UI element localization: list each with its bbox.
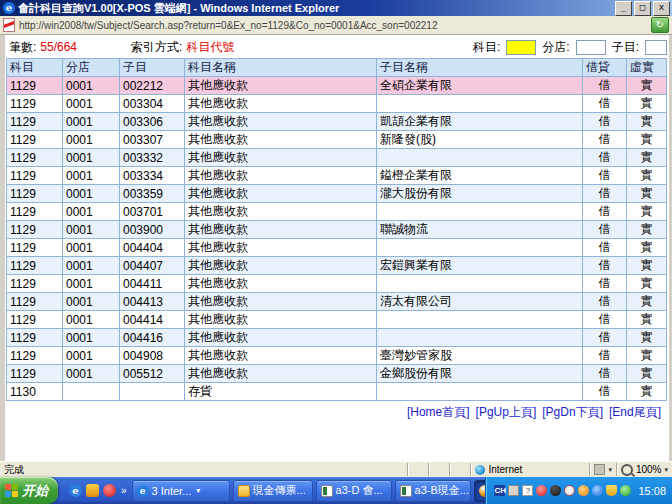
cell-subitem: 003701 — [120, 203, 185, 221]
column-header: 科目名稱 — [185, 59, 377, 77]
ie-group-taskbar-button[interactable]: e3 Inter...▾ — [132, 480, 230, 502]
table-row[interactable]: 11290001003304其他應收款借實 — [7, 95, 667, 113]
table-row[interactable]: 11290001002212其他應收款全碩企業有限借實 — [7, 77, 667, 95]
table-row[interactable]: 11290001003334其他應收款鎰橙企業有限借實 — [7, 167, 667, 185]
table-row[interactable]: 11290001004411其他應收款借實 — [7, 275, 667, 293]
im-red-tray-icon[interactable] — [536, 485, 547, 496]
index-mode-label: 索引方式: — [131, 39, 182, 56]
internet-zone-icon — [475, 465, 485, 475]
cell-subject: 1129 — [7, 221, 63, 239]
table-row[interactable]: 11290001004407其他應收款宏鎧興業有限借實 — [7, 257, 667, 275]
refresh-button[interactable]: ↻ — [651, 17, 669, 33]
subject-field-label: 科目: — [473, 39, 500, 56]
cell-subject: 1129 — [7, 365, 63, 383]
status-pane — [407, 463, 428, 476]
cell-subject-name: 其他應收款 — [185, 95, 377, 113]
update-tray-icon[interactable] — [620, 485, 631, 496]
chevron-down-icon: ▾ — [664, 466, 668, 474]
table-row[interactable]: 11290001003900其他應收款聯誠物流借實 — [7, 221, 667, 239]
table-row[interactable]: 11290001004404其他應收款借實 — [7, 239, 667, 257]
help-tray-icon[interactable]: ? — [522, 485, 533, 496]
cell-subject: 1129 — [7, 293, 63, 311]
table-row[interactable]: 11290001004414其他應收款借實 — [7, 311, 667, 329]
taskbar-buttons: e3 Inter...▾現金傳票...a3-D 會...a3-B現金...新浪U… — [132, 477, 486, 504]
sina-uc-taskbar-button[interactable]: 新浪UC — [474, 480, 486, 502]
cell-subject: 1129 — [7, 347, 63, 365]
zone-label: Internet — [488, 464, 522, 475]
table-row[interactable]: 11290001003306其他應收款凱頡企業有限借實 — [7, 113, 667, 131]
table-row[interactable]: 11290001005512其他應收款金鄉股份有限借實 — [7, 365, 667, 383]
cell-subitem: 003900 — [120, 221, 185, 239]
table-row[interactable]: 11290001003332其他應收款借實 — [7, 149, 667, 167]
table-row[interactable]: 11290001004413其他應收款清太有限公司借實 — [7, 293, 667, 311]
im-orange-tray-icon[interactable] — [578, 485, 589, 496]
magnifier-icon — [621, 464, 633, 476]
cell-debit-credit: 借 — [583, 77, 627, 95]
cell-subitem: 004411 — [120, 275, 185, 293]
windows-taskbar: 开始 e » e3 Inter...▾現金傳票...a3-D 會...a3-B現… — [0, 477, 672, 504]
system-tray: CH ? 15:08 — [485, 477, 672, 504]
cell-debit-credit: 借 — [583, 365, 627, 383]
cell-subitem-name: 全碩企業有限 — [377, 77, 583, 95]
cell-subitem-name: 宏鎧興業有限 — [377, 257, 583, 275]
cell-subject: 1129 — [7, 77, 63, 95]
ie-icon: e — [137, 485, 149, 497]
branch-input[interactable] — [576, 40, 606, 55]
im-blue-tray-icon[interactable] — [592, 485, 603, 496]
end-page-link[interactable]: [End尾頁] — [609, 405, 661, 419]
table-row[interactable]: 11290001004416其他應收款借實 — [7, 329, 667, 347]
qq-quicklaunch-icon[interactable] — [103, 484, 116, 497]
pgdn-page-link[interactable]: [PgDn下頁] — [542, 405, 603, 419]
im-white-tray-icon[interactable] — [564, 485, 575, 496]
chevron-down-icon: ▾ — [608, 466, 612, 474]
cell-branch: 0001 — [63, 203, 120, 221]
zoom-pane[interactable]: 100% ▾ — [616, 463, 672, 476]
table-row[interactable]: 11290001003359其他應收款瀧大股份有限借實 — [7, 185, 667, 203]
a3-d-spreadsheet-taskbar-button[interactable]: a3-D 會... — [316, 480, 392, 502]
maximize-button[interactable]: □ — [634, 1, 651, 16]
table-row[interactable]: 1130存貨借實 — [7, 383, 667, 401]
table-row[interactable]: 11290001003701其他應收款借實 — [7, 203, 667, 221]
table-row[interactable]: 11290001004908其他應收款臺灣妙管家股借實 — [7, 347, 667, 365]
cell-subject-name: 其他應收款 — [185, 365, 377, 383]
cell-subitem: 004416 — [120, 329, 185, 347]
cell-subject-name: 其他應收款 — [185, 77, 377, 95]
a3-b-spreadsheet-taskbar-button[interactable]: a3-B現金... — [395, 480, 471, 502]
home-page-link[interactable]: [Home首頁] — [407, 405, 470, 419]
subitem-input[interactable] — [645, 40, 667, 55]
cell-subject-name: 其他應收款 — [185, 113, 377, 131]
language-indicator[interactable]: CH — [494, 485, 505, 496]
subject-input[interactable] — [506, 40, 536, 55]
taskbar-button-label: 3 Inter... — [152, 485, 192, 497]
cell-subject: 1129 — [7, 203, 63, 221]
ie-window: e 會計科目查詢V1.00[X-POS 雲端網] - Windows Inter… — [0, 0, 672, 477]
protected-mode-pane[interactable]: ▾ — [589, 463, 616, 476]
messenger-quicklaunch-icon[interactable] — [86, 484, 99, 497]
pgup-page-link[interactable]: [PgUp上頁] — [476, 405, 537, 419]
cell-subject: 1129 — [7, 113, 63, 131]
url-text[interactable]: http://win2008/tw/Subject/Search.asp?ret… — [19, 20, 647, 31]
cell-subitem-name — [377, 239, 583, 257]
subitem-field-label: 子目: — [612, 39, 639, 56]
cash-voucher-folder-taskbar-button[interactable]: 現金傳票... — [233, 480, 313, 502]
cell-branch: 0001 — [63, 347, 120, 365]
cell-subitem-name — [377, 329, 583, 347]
printer-tray-icon[interactable] — [508, 485, 519, 496]
cell-subject-name: 其他應收款 — [185, 167, 377, 185]
cell-subject-name: 其他應收款 — [185, 221, 377, 239]
close-button[interactable]: x — [653, 1, 670, 16]
cell-subject-name: 其他應收款 — [185, 275, 377, 293]
minimize-button[interactable]: _ — [615, 1, 632, 16]
cell-branch — [63, 383, 120, 401]
column-header: 子目 — [120, 59, 185, 77]
start-button[interactable]: 开始 — [0, 477, 58, 504]
record-count-label: 筆數: — [9, 39, 36, 56]
security-shield-tray-icon[interactable] — [606, 485, 617, 496]
ie-quicklaunch-icon[interactable]: e — [69, 484, 82, 497]
chevron-right-icon[interactable]: » — [121, 485, 127, 496]
table-row[interactable]: 11290001003307其他應收款新隆發(股)借實 — [7, 131, 667, 149]
cell-virtual-real: 實 — [627, 383, 667, 401]
qq-penguin-tray-icon[interactable] — [550, 485, 561, 496]
cell-subject: 1129 — [7, 167, 63, 185]
cell-debit-credit: 借 — [583, 239, 627, 257]
